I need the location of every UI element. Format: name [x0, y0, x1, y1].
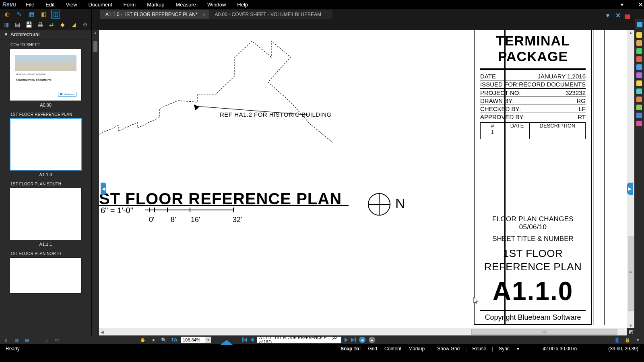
menu-form[interactable]: Form	[118, 2, 141, 8]
horizontal-scrollbar[interactable]: ◀ ▶	[99, 328, 634, 335]
nav-fitwidth-icon[interactable]: ▭	[53, 336, 60, 343]
next-page-button[interactable]	[345, 337, 348, 342]
nav-singlepage-icon[interactable]: ▯	[2, 336, 10, 343]
rail-tool-icon[interactable]	[636, 88, 642, 94]
nav-sidebyside-icon[interactable]: ▦	[23, 336, 31, 343]
menu-edit[interactable]: Edit	[40, 2, 60, 8]
nav-continuous-icon[interactable]: ▥	[13, 336, 20, 343]
scroll-corner-icon[interactable]: ◩	[627, 328, 634, 335]
thumb-label: A0.00	[0, 102, 91, 111]
tabbar-dropdown-icon[interactable]: ▾	[606, 12, 615, 19]
thumbnails-panel: ▼ Architectural COVER SHEET REGIONAL AIR…	[0, 30, 92, 335]
lock-icon[interactable]: 🔒	[624, 336, 631, 343]
menu-file[interactable]: File	[20, 2, 40, 8]
page-indicator[interactable]: A1.1.0 - 1ST FLOOR REFERENCE P… (33 of 1…	[257, 337, 341, 343]
nav-fitpage-icon[interactable]: ▢	[43, 336, 50, 343]
rail-tool-icon[interactable]	[636, 80, 642, 86]
tab-close-icon[interactable]: ×	[203, 12, 206, 17]
first-page-button[interactable]	[242, 337, 247, 342]
rail-tool-icon[interactable]	[636, 48, 642, 54]
snap-grid[interactable]: Grid	[366, 346, 379, 352]
thumbnail-cover[interactable]: REGIONAL AIRPORT TERMINAL CONSTRUCTION D…	[10, 49, 82, 101]
tab-inactive[interactable]: A0.00 - COVER SHEET - VOLUME1 BLUEBEAM	[209, 10, 333, 19]
scroll-up-icon[interactable]: ▲	[92, 30, 99, 35]
open-icon[interactable]: ▤	[14, 21, 21, 29]
zoom-control[interactable]: 108.84% ▾	[181, 337, 211, 343]
zoom-value[interactable]: 108.84%	[181, 337, 205, 343]
user-icon[interactable]: 👤	[613, 336, 621, 343]
select-icon[interactable]: ➤	[150, 336, 157, 343]
rail-tool-icon[interactable]	[636, 72, 642, 78]
thumbnail-selected[interactable]	[10, 118, 82, 171]
left-panel-toggle[interactable]: ◀	[101, 183, 106, 195]
highlight-icon[interactable]: ◢	[71, 21, 77, 29]
scroll-up-icon[interactable]: ▲	[629, 30, 633, 35]
profile-pin-icon[interactable]: ✎	[15, 10, 23, 18]
menu-markup[interactable]: Markup	[141, 2, 170, 8]
rail-tool-icon[interactable]	[636, 56, 642, 62]
vertical-scrollbar[interactable]: ▲ ▼	[627, 30, 634, 328]
rail-tool-icon[interactable]	[636, 113, 642, 118]
profile-access-icon[interactable]: ◐	[3, 10, 11, 18]
pdf-page[interactable]: REF HA1.2 FOR HISTORIC BUILDING ST FLOOR…	[99, 30, 634, 328]
document-viewport[interactable]: REF HA1.2 FOR HISTORIC BUILDING ST FLOOR…	[99, 30, 634, 335]
thumbnail[interactable]	[10, 188, 82, 240]
nav-center-peak-icon[interactable]	[221, 340, 233, 345]
tab-active[interactable]: A1.1.0 - 1ST FLOOR REFERENCE PLAN* ×	[100, 10, 209, 19]
tabbar-close-icon[interactable]: ✕	[615, 12, 624, 19]
profile-grid-icon[interactable]: ▦	[27, 10, 35, 18]
nav-back-icon[interactable]: ◄	[359, 337, 365, 343]
zoom-icon[interactable]: 🔍	[160, 336, 167, 343]
profile-dropdown-icon[interactable]: ▾	[618, 2, 626, 8]
revision-table: #DATEDESCRIPTION 1	[480, 122, 586, 139]
menu-window[interactable]: Window	[202, 2, 231, 8]
drag-handle[interactable]	[93, 41, 97, 52]
left-scroll-gutter[interactable]: ▲	[92, 30, 99, 335]
profile-compare-icon[interactable]: ◫	[52, 10, 60, 18]
tb-copyright: Copyright Bluebeam Software	[480, 310, 586, 322]
status-sync-dd-icon[interactable]: ▾	[515, 346, 521, 352]
scroll-left-icon[interactable]: ◀	[99, 330, 105, 334]
menu-help[interactable]: Help	[231, 2, 254, 8]
scroll-down-icon[interactable]: ▼	[629, 323, 633, 328]
menu-document[interactable]: Document	[83, 2, 118, 8]
tabbar-record-icon[interactable]	[625, 14, 634, 19]
text-select-icon[interactable]: TA	[171, 336, 178, 343]
pan-icon[interactable]: ✋	[139, 336, 147, 343]
window-minimize-icon[interactable]: —	[626, 1, 632, 8]
status-showgrid[interactable]: Show Grid	[436, 346, 461, 352]
tb-changes: FLOOR PLAN CHANGES 05/06/10	[480, 215, 586, 233]
nav-forward-icon[interactable]: ►	[369, 337, 375, 343]
email-icon[interactable]: ⇄	[48, 21, 55, 29]
tag-icon[interactable]: ◆	[60, 21, 66, 29]
rail-tool-icon[interactable]	[636, 40, 642, 46]
status-reuse[interactable]: Reuse	[471, 346, 488, 352]
new-icon[interactable]: ▥	[3, 21, 10, 29]
tb-sheet-number: A1.1.0	[480, 274, 586, 310]
status-sync[interactable]: Sync	[497, 346, 511, 352]
rail-tool-icon[interactable]	[636, 97, 642, 102]
page-edge	[593, 30, 605, 325]
print-icon[interactable]: 🖶	[37, 21, 43, 29]
last-page-button[interactable]	[351, 337, 356, 342]
menu-view[interactable]: View	[60, 2, 83, 8]
save-icon[interactable]: 💾	[25, 21, 32, 29]
menu-measure[interactable]: Measure	[170, 2, 202, 8]
nav-dropdown-icon[interactable]: ▾	[634, 336, 642, 343]
snap-content[interactable]: Content	[383, 346, 403, 352]
prev-page-button[interactable]	[250, 337, 254, 342]
snap-markup[interactable]: Markup	[407, 346, 426, 352]
profile-package-icon[interactable]: ◧	[39, 10, 47, 18]
right-panel-toggle[interactable]: ▶	[627, 183, 633, 195]
window-maximize-icon[interactable]: ❐	[632, 1, 638, 8]
thumbnail[interactable]	[10, 257, 82, 294]
rail-tool-icon[interactable]	[636, 105, 642, 110]
rail-icon[interactable]	[637, 22, 642, 27]
rail-tool-icon[interactable]	[636, 32, 642, 38]
rail-tool-icon[interactable]	[636, 64, 642, 70]
rail-tool-icon[interactable]	[636, 121, 642, 126]
settings-icon[interactable]: ⚙	[82, 21, 88, 29]
zoom-dropdown-icon[interactable]: ▾	[205, 337, 211, 343]
thumbnails-group[interactable]: ▼ Architectural	[0, 30, 91, 39]
window-close-icon[interactable]: ✕	[638, 1, 643, 8]
